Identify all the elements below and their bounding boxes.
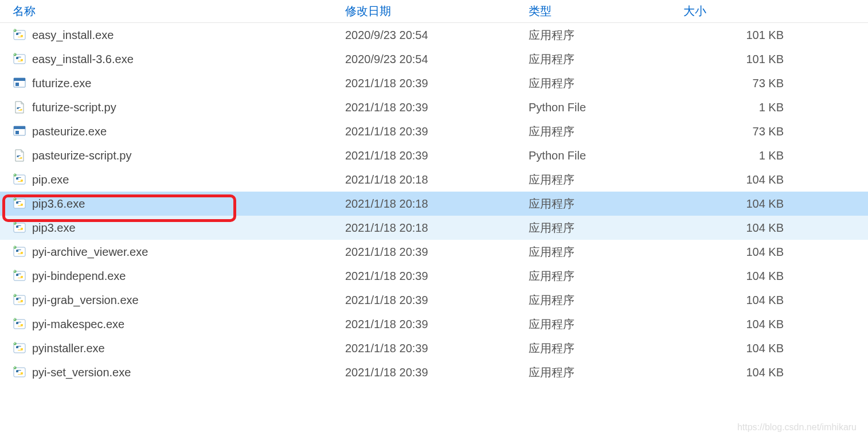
file-name-cell: pyi-archive_viewer.exe: [13, 245, 345, 259]
file-date-cell: 2021/1/18 20:39: [345, 366, 529, 379]
column-header-date[interactable]: 修改日期: [345, 3, 529, 19]
svg-rect-16: [14, 247, 25, 256]
file-date-cell: 2021/1/18 20:39: [345, 246, 529, 259]
file-name-label: pasteurize.exe: [32, 125, 107, 138]
py-exe-icon: [13, 269, 26, 283]
file-date-cell: 2021/1/18 20:39: [345, 342, 529, 355]
column-header-row: 名称 修改日期 类型 大小: [0, 0, 868, 23]
file-name-cell: pip.exe: [13, 173, 345, 186]
svg-rect-12: [14, 199, 25, 208]
file-row[interactable]: pyi-set_version.exe2021/1/18 20:39应用程序10…: [0, 360, 868, 384]
file-date-cell: 2021/1/18 20:39: [345, 101, 529, 114]
file-name-cell: pasteurize-script.py: [13, 149, 345, 162]
file-type-cell: Python File: [529, 149, 683, 162]
app-icon: [13, 76, 26, 90]
svg-rect-2: [14, 54, 25, 64]
svg-rect-20: [14, 295, 25, 305]
file-size-cell: 73 KB: [683, 125, 789, 138]
file-name-label: pasteurize-script.py: [32, 149, 131, 162]
file-row[interactable]: pyinstaller.exe2021/1/18 20:39应用程序104 KB: [0, 336, 868, 360]
file-name-label: easy_install.exe: [32, 29, 114, 42]
file-date-cell: 2021/1/18 20:18: [345, 221, 529, 235]
file-name-cell: pip3.exe: [13, 221, 345, 235]
file-type-cell: 应用程序: [529, 293, 683, 308]
file-row[interactable]: pyi-archive_viewer.exe2021/1/18 20:39应用程…: [0, 240, 868, 264]
py-exe-icon: [13, 52, 26, 66]
file-size-cell: 1 KB: [683, 101, 789, 114]
file-row[interactable]: pip3.exe2021/1/18 20:18应用程序104 KB: [0, 216, 868, 240]
file-name-label: easy_install-3.6.exe: [32, 53, 134, 66]
py-exe-icon: [13, 293, 26, 307]
file-size-cell: 104 KB: [683, 342, 789, 355]
file-date-cell: 2020/9/23 20:54: [345, 29, 529, 42]
file-row[interactable]: futurize-script.py2021/1/18 20:39Python …: [0, 95, 868, 119]
file-row[interactable]: easy_install.exe2020/9/23 20:54应用程序101 K…: [0, 23, 868, 47]
file-type-cell: 应用程序: [529, 76, 683, 91]
file-list: easy_install.exe2020/9/23 20:54应用程序101 K…: [0, 23, 868, 384]
file-row[interactable]: easy_install-3.6.exe2020/9/23 20:54应用程序1…: [0, 47, 868, 71]
file-size-cell: 104 KB: [683, 270, 789, 283]
file-type-cell: 应用程序: [529, 52, 683, 67]
file-type-cell: 应用程序: [529, 220, 683, 236]
file-date-cell: 2021/1/18 20:39: [345, 294, 529, 307]
file-name-label: pip.exe: [32, 173, 69, 186]
file-name-cell: easy_install-3.6.exe: [13, 52, 345, 66]
svg-rect-18: [14, 271, 25, 281]
svg-rect-9: [15, 131, 19, 134]
file-type-cell: 应用程序: [529, 341, 683, 356]
file-size-cell: 101 KB: [683, 29, 789, 42]
py-file-icon: [13, 149, 26, 162]
file-name-label: pyi-set_version.exe: [32, 366, 131, 379]
app-icon: [13, 124, 26, 138]
file-name-cell: futurize-script.py: [13, 100, 345, 114]
file-type-cell: 应用程序: [529, 317, 683, 332]
py-exe-icon: [13, 173, 26, 186]
file-name-label: futurize-script.py: [32, 101, 116, 114]
py-exe-icon: [13, 317, 26, 331]
column-header-size[interactable]: 大小: [683, 3, 789, 19]
file-name-label: futurize.exe: [32, 77, 91, 90]
file-name-cell: easy_install.exe: [13, 28, 345, 42]
file-row[interactable]: futurize.exe2021/1/18 20:39应用程序73 KB: [0, 71, 868, 95]
file-size-cell: 104 KB: [683, 294, 789, 307]
file-row[interactable]: pyi-bindepend.exe2021/1/18 20:39应用程序104 …: [0, 264, 868, 288]
file-type-cell: Python File: [529, 101, 683, 114]
file-name-cell: pasteurize.exe: [13, 124, 345, 138]
file-row[interactable]: pip.exe2021/1/18 20:18应用程序104 KB: [0, 168, 868, 192]
svg-rect-5: [14, 78, 25, 81]
svg-rect-8: [14, 126, 25, 129]
file-row[interactable]: pip3.6.exe2021/1/18 20:18应用程序104 KB: [0, 192, 868, 216]
file-name-label: pyi-grab_version.exe: [32, 294, 139, 307]
file-name-cell: futurize.exe: [13, 76, 345, 90]
file-size-cell: 104 KB: [683, 197, 789, 211]
file-size-cell: 104 KB: [683, 173, 789, 186]
file-size-cell: 73 KB: [683, 77, 789, 90]
column-header-name[interactable]: 名称: [13, 3, 345, 19]
file-date-cell: 2021/1/18 20:39: [345, 270, 529, 283]
file-name-cell: pyi-makespec.exe: [13, 317, 345, 331]
file-row[interactable]: pyi-makespec.exe2021/1/18 20:39应用程序104 K…: [0, 312, 868, 336]
file-type-cell: 应用程序: [529, 268, 683, 284]
file-row[interactable]: pasteurize.exe2021/1/18 20:39应用程序73 KB: [0, 119, 868, 143]
file-size-cell: 104 KB: [683, 246, 789, 259]
file-name-label: pip3.6.exe: [32, 197, 85, 211]
py-exe-icon: [13, 28, 26, 42]
svg-rect-24: [14, 344, 25, 353]
svg-rect-0: [14, 30, 25, 40]
file-row[interactable]: pyi-grab_version.exe2021/1/18 20:39应用程序1…: [0, 288, 868, 312]
file-size-cell: 1 KB: [683, 149, 789, 162]
file-size-cell: 104 KB: [683, 366, 789, 379]
file-date-cell: 2021/1/18 20:39: [345, 77, 529, 90]
file-name-label: pyinstaller.exe: [32, 342, 105, 355]
file-row[interactable]: pasteurize-script.py2021/1/18 20:39Pytho…: [0, 143, 868, 168]
file-type-cell: 应用程序: [529, 196, 683, 212]
file-type-cell: 应用程序: [529, 28, 683, 43]
file-date-cell: 2021/1/18 20:18: [345, 197, 529, 211]
file-date-cell: 2021/1/18 20:18: [345, 173, 529, 186]
file-size-cell: 104 KB: [683, 318, 789, 331]
svg-rect-26: [14, 368, 25, 377]
file-name-cell: pyi-bindepend.exe: [13, 269, 345, 283]
column-header-type[interactable]: 类型: [529, 3, 683, 19]
py-exe-icon: [13, 365, 26, 379]
svg-rect-6: [15, 83, 19, 86]
